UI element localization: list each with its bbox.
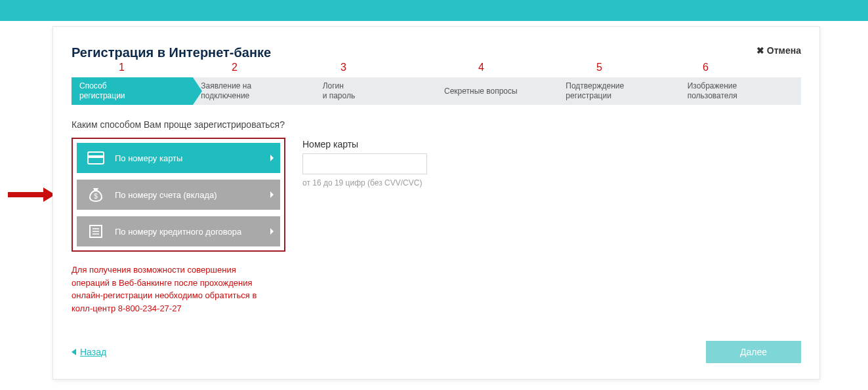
back-label: Назад — [80, 347, 106, 357]
step-label: Заявление на подключение — [201, 81, 251, 101]
wizard-step-application[interactable]: Заявление на подключение — [193, 77, 314, 105]
wizard-step-secret[interactable]: Секретные вопросы — [436, 77, 558, 105]
wizard-step-method[interactable]: Способ регистрации — [72, 77, 193, 105]
wizard-number: 5 — [596, 62, 602, 73]
question-text: Каким способом Вам проще зарегистрироват… — [72, 119, 801, 130]
option-label: По номеру счета (вклада) — [115, 190, 217, 200]
next-button[interactable]: Далее — [706, 341, 801, 363]
step-label: Изображение пользователя — [688, 81, 737, 101]
wizard-step-login[interactable]: Логин и пароль — [315, 77, 436, 105]
option-by-card[interactable]: По номеру карты — [77, 143, 280, 173]
cancel-label: Отмена — [767, 45, 801, 56]
cancel-button[interactable]: ✖ Отмена — [756, 45, 801, 56]
wizard-number: 6 — [703, 62, 709, 73]
wizard-number: 3 — [341, 62, 346, 73]
card-icon — [85, 151, 107, 165]
card-field-group: Номер карты от 16 до 19 цифр (без CVV/CV… — [302, 138, 427, 187]
chevron-right-icon — [270, 155, 274, 161]
wizard-number: 1 — [119, 62, 125, 73]
close-icon: ✖ — [756, 45, 764, 56]
option-label: По номеру карты — [115, 153, 182, 163]
svg-rect-1 — [88, 155, 104, 158]
options-group: По номеру карты $ По номеру счета (вклад… — [72, 138, 285, 252]
notice-text: Для получения возможности совершения опе… — [72, 263, 275, 315]
step-label: Способ регистрации — [79, 81, 125, 101]
svg-text:$: $ — [94, 193, 98, 200]
wizard-step-image[interactable]: Изображение пользователя — [680, 77, 801, 105]
back-button[interactable]: Назад — [72, 347, 106, 357]
chevron-right-icon — [270, 191, 274, 198]
option-by-credit[interactable]: По номеру кредитного договора — [77, 216, 280, 246]
arrow-left-icon — [72, 349, 76, 355]
step-label: Подтверждение регистрации — [566, 81, 624, 101]
card-number-input[interactable] — [302, 153, 427, 174]
annotation-arrow — [8, 187, 58, 202]
wizard-number: 4 — [478, 62, 484, 73]
step-label: Секретные вопросы — [444, 87, 518, 96]
document-icon — [85, 224, 107, 239]
wizard-steps: Способ регистрации Заявление на подключе… — [72, 77, 801, 105]
wizard-numbers: 1 2 3 4 5 6 — [72, 62, 801, 75]
chevron-right-icon — [270, 228, 274, 235]
card-field-hint: от 16 до 19 цифр (без CVV/CVC) — [302, 178, 427, 187]
card-field-label: Номер карты — [302, 139, 427, 149]
top-bar — [0, 0, 868, 21]
wizard-step-confirm[interactable]: Подтверждение регистрации — [558, 77, 679, 105]
option-label: По номеру кредитного договора — [115, 227, 241, 237]
wizard-number: 2 — [232, 62, 238, 73]
step-label: Логин и пароль — [323, 81, 356, 101]
page-title: Регистрация в Интернет-банке — [72, 45, 271, 60]
option-by-account[interactable]: $ По номеру счета (вклада) — [77, 180, 280, 210]
money-bag-icon: $ — [85, 187, 107, 203]
registration-panel: Регистрация в Интернет-банке ✖ Отмена 1 … — [52, 26, 820, 380]
